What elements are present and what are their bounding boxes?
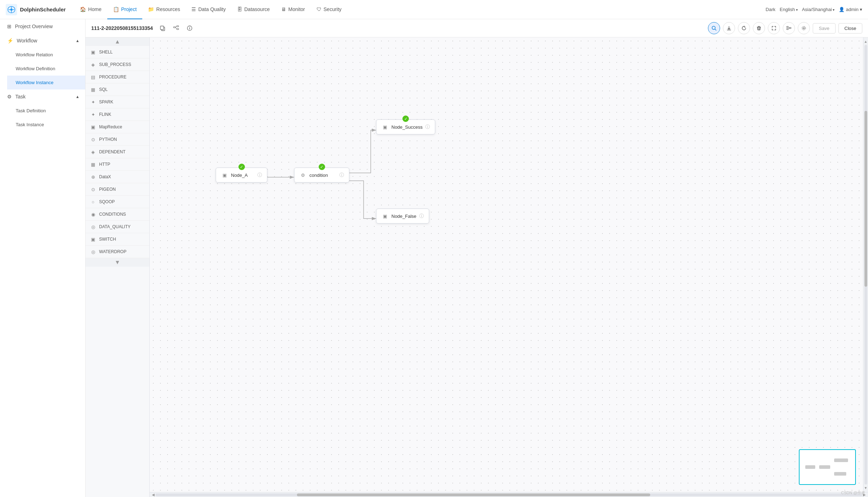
- sidebar-item-workflow-definition[interactable]: Workflow Definition: [7, 62, 85, 76]
- canvas-and-scroll: ✓ ▣ Node_A ⓘ ✓ ⚙ condition ⓘ: [150, 37, 868, 497]
- task-item-data_quality[interactable]: ◎DATA_QUALITY: [86, 221, 149, 233]
- task-panel-scroll-down[interactable]: ▼: [86, 258, 149, 267]
- vscroll-track[interactable]: [864, 45, 867, 485]
- task-item-sqoop[interactable]: ○SQOOP: [86, 196, 149, 208]
- sidebar-item-project-overview[interactable]: ⊞ Project Overview: [0, 19, 85, 34]
- minimap-node-a: [805, 465, 815, 469]
- hscroll-thumb[interactable]: [297, 493, 651, 496]
- node-success-info[interactable]: ⓘ: [425, 124, 430, 130]
- task-item-python[interactable]: ⊙PYTHON: [86, 133, 149, 146]
- language-selector[interactable]: English: [780, 7, 797, 12]
- save-button[interactable]: Save: [813, 23, 836, 34]
- workflow-arrow: ▲: [76, 39, 79, 43]
- hscroll-track[interactable]: [155, 493, 862, 496]
- node-node_a[interactable]: ✓ ▣ Node_A ⓘ: [216, 168, 267, 183]
- task-label-procedure: PROCEDURE: [99, 75, 127, 80]
- nav-monitor[interactable]: 🖥 Monitor: [276, 0, 311, 19]
- vscroll-thumb[interactable]: [864, 111, 867, 287]
- svg-line-18: [788, 27, 790, 28]
- search-canvas-button[interactable]: [708, 22, 720, 34]
- node-false-info[interactable]: ⓘ: [419, 213, 424, 219]
- task-item-flink[interactable]: ✦FLINK: [86, 108, 149, 121]
- task-icon-spark: ✦: [90, 99, 96, 105]
- sidebar-workflow-sub: Workflow Relation Workflow Definition Wo…: [0, 48, 85, 89]
- nav-resources[interactable]: 📁 Resources: [142, 0, 186, 19]
- task-label-sql: SQL: [99, 87, 108, 92]
- timezone-selector[interactable]: Asia/Shanghai: [802, 7, 835, 12]
- nav-home[interactable]: 🏠 Home: [74, 0, 107, 19]
- node-a-info[interactable]: ⓘ: [257, 172, 262, 178]
- minimap-inner: [800, 450, 855, 484]
- task-item-procedure[interactable]: ▤PROCEDURE: [86, 71, 149, 83]
- node-condition[interactable]: ✓ ⚙ condition ⓘ: [294, 168, 349, 183]
- node-success-label: Node_Success: [391, 124, 422, 130]
- info-button[interactable]: [184, 23, 195, 34]
- node-node_success[interactable]: ✓ ▣ Node_Success ⓘ: [376, 119, 435, 134]
- task-label-sqoop: SQOOP: [99, 199, 115, 204]
- nav-datasource[interactable]: 🗄 Datasource: [231, 0, 276, 19]
- task-icon-sub_process: ◈: [90, 61, 96, 68]
- task-icon-mapreduce: ▣: [90, 124, 96, 130]
- task-icon: ⚙: [7, 94, 12, 99]
- task-item-shell[interactable]: ▣SHELL: [86, 46, 149, 58]
- task-icon-procedure: ▤: [90, 74, 96, 80]
- project-overview-icon: ⊞: [7, 24, 11, 29]
- task-icon-conditions: ◉: [90, 211, 96, 217]
- sidebar: ⊞ Project Overview ⚡ Workflow ▲ Workflow…: [0, 19, 86, 497]
- app-name: DolphinScheduler: [20, 6, 66, 12]
- refresh-button[interactable]: [738, 22, 750, 34]
- dag-button[interactable]: [171, 23, 181, 34]
- svg-line-19: [788, 28, 790, 29]
- node-success-success-dot: ✓: [402, 116, 409, 122]
- workflow-canvas[interactable]: ✓ ▣ Node_A ⓘ ✓ ⚙ condition ⓘ: [150, 37, 863, 492]
- theme-toggle[interactable]: Dark: [766, 7, 775, 12]
- task-item-spark[interactable]: ✦SPARK: [86, 96, 149, 108]
- nav-security[interactable]: 🛡 Security: [311, 0, 348, 19]
- canvas-horizontal-scrollbar[interactable]: ◀ ▶: [150, 492, 868, 497]
- app-logo[interactable]: DolphinScheduler: [6, 4, 66, 15]
- sidebar-item-workflow-instance[interactable]: Workflow Instance: [7, 76, 85, 89]
- delete-button[interactable]: [753, 22, 765, 34]
- task-item-mapreduce[interactable]: ▣MapReduce: [86, 121, 149, 133]
- condition-icon: ⚙: [299, 171, 307, 179]
- task-item-dependent[interactable]: ◈DEPENDENT: [86, 146, 149, 158]
- task-item-http[interactable]: ▦HTTP: [86, 158, 149, 171]
- sidebar-section-task[interactable]: ⚙ Task ▲: [0, 89, 85, 104]
- fullscreen-button[interactable]: [768, 22, 780, 34]
- sidebar-item-task-definition[interactable]: Task Definition: [7, 104, 85, 118]
- task-icon-sqoop: ○: [90, 199, 96, 205]
- canvas-vertical-scrollbar[interactable]: ▲ ▼: [863, 37, 868, 492]
- nav-data-quality[interactable]: ☰ Data Quality: [186, 0, 231, 19]
- task-item-datax[interactable]: ⊕DataX: [86, 171, 149, 183]
- sidebar-item-task-instance[interactable]: Task Instance: [7, 118, 85, 132]
- copy-button[interactable]: [157, 23, 168, 34]
- task-label-python: PYTHON: [99, 137, 117, 142]
- user-menu[interactable]: 👤 admin ▾: [839, 7, 862, 12]
- task-item-sub_process[interactable]: ◈SUB_PROCESS: [86, 58, 149, 71]
- task-item-pigeon[interactable]: ⊙PIGEON: [86, 183, 149, 196]
- task-panel-scroll-up[interactable]: ▲: [86, 37, 149, 46]
- condition-info[interactable]: ⓘ: [339, 172, 344, 178]
- minimap[interactable]: [799, 449, 856, 485]
- sidebar-item-workflow-relation[interactable]: Workflow Relation: [7, 48, 85, 62]
- download-button[interactable]: [723, 22, 735, 34]
- task-icon-flink: ✦: [90, 111, 96, 118]
- layout-button[interactable]: [783, 22, 795, 34]
- sidebar-section-workflow[interactable]: ⚡ Workflow ▲: [0, 34, 85, 48]
- hscroll-left[interactable]: ◀: [151, 493, 155, 497]
- task-icon-switch: ▣: [90, 236, 96, 242]
- vscroll-down[interactable]: ▼: [864, 485, 868, 491]
- close-button[interactable]: Close: [838, 23, 862, 34]
- minimap-node-condition: [819, 465, 830, 469]
- vscroll-up[interactable]: ▲: [864, 39, 868, 44]
- nav-project[interactable]: 📋 Project: [107, 0, 143, 19]
- task-item-waterdrop[interactable]: ◎WATERDROP: [86, 246, 149, 258]
- task-item-conditions[interactable]: ◉CONDITIONS: [86, 208, 149, 221]
- task-icon-datax: ⊕: [90, 174, 96, 180]
- node-node_false[interactable]: ▣ Node_False ⓘ: [376, 209, 429, 224]
- task-arrow: ▲: [76, 94, 79, 99]
- task-item-sql[interactable]: ▦SQL: [86, 83, 149, 96]
- task-label-pigeon: PIGEON: [99, 187, 116, 192]
- config-button[interactable]: [798, 22, 810, 34]
- task-item-switch[interactable]: ▣SWITCH: [86, 233, 149, 246]
